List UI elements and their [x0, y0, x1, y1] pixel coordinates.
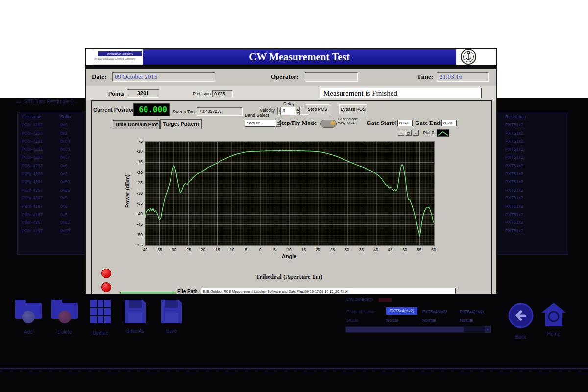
- channel-cell-selected[interactable]: PXT8x4(Av2): [386, 307, 417, 315]
- channel-cell[interactable]: PXT8x4(Av2): [422, 309, 447, 314]
- logo-subtext: An ISO 9001:2000 Certified Company: [94, 57, 143, 60]
- list-item[interactable]: P08r-42810x80: [18, 178, 86, 186]
- precision-label: Precision: [193, 91, 211, 96]
- y-tick: -10: [127, 149, 143, 154]
- gate-start-spinner[interactable]: [393, 119, 397, 127]
- list-item[interactable]: PXT51x2: [490, 186, 568, 195]
- emblem-box: [457, 49, 480, 65]
- cw-scrollbar-arrow[interactable]: ▸: [485, 326, 491, 333]
- tab-time-domain-plot[interactable]: Time Domain Plot: [113, 120, 160, 129]
- delete-button[interactable]: Delete: [51, 303, 78, 335]
- y-tick: -45: [127, 222, 143, 227]
- operator-field[interactable]: [305, 72, 358, 82]
- bypass-pos-button[interactable]: Bypass POS: [339, 104, 367, 114]
- date-field[interactable]: 09 October 2015: [112, 72, 215, 82]
- file-path-field[interactable]: E:\B Outdoor RCS Measurement Labview Sof…: [201, 288, 456, 294]
- list-item[interactable]: P08r-42510x80: [18, 146, 86, 154]
- precision-value: 0.025: [212, 90, 233, 97]
- list-item[interactable]: PXT51x2: [490, 178, 568, 186]
- list-item[interactable]: PXT51x2: [490, 129, 568, 138]
- list-item[interactable]: P08r-42630x6: [18, 162, 86, 170]
- delay-spinner[interactable]: [295, 107, 300, 115]
- delay-field[interactable]: 0: [280, 107, 295, 115]
- list-item[interactable]: P08r-42530x2: [18, 129, 86, 138]
- update-label: Update: [90, 330, 111, 336]
- home-button[interactable]: Home: [540, 302, 567, 337]
- back-label: Back: [508, 334, 534, 340]
- app-menu-icon[interactable]: ≡≡: [16, 99, 22, 104]
- header-divider: [86, 65, 496, 69]
- y-tick: -5: [127, 139, 143, 144]
- back-button[interactable]: Back: [508, 303, 534, 340]
- start-button-fragment[interactable]: [120, 292, 176, 294]
- add-label: Add: [15, 329, 42, 335]
- cw-selection-panel: CW Selection Channel Name PXT8x4(Av2) PX…: [345, 296, 491, 336]
- list-item[interactable]: PXT51x2: [490, 146, 568, 154]
- list-item[interactable]: PXT51x2: [490, 162, 568, 170]
- save-as-button[interactable]: Save As: [125, 300, 146, 334]
- title-bar: CW Measurement Test: [143, 49, 456, 65]
- update-button[interactable]: Update: [90, 300, 111, 336]
- list-item[interactable]: P08r-42830x2: [18, 170, 86, 178]
- cw-scrollbar-thumb[interactable]: [346, 327, 464, 332]
- delete-label: Delete: [51, 329, 78, 335]
- list-item[interactable]: P08r-42830x6: [18, 121, 86, 129]
- x-tick: 45: [385, 247, 396, 252]
- list-item[interactable]: PXT51x2: [490, 227, 568, 235]
- list-item[interactable]: PXT51x2: [490, 219, 568, 227]
- points-label: Points: [108, 91, 125, 97]
- x-tick: -35: [153, 247, 165, 252]
- cw-scrollbar[interactable]: ▸: [345, 326, 491, 333]
- graph-pan-tool[interactable]: ↔: [413, 130, 419, 136]
- stop-pos-button[interactable]: Stop POS: [305, 104, 330, 114]
- add-button[interactable]: Add: [15, 303, 42, 335]
- cw-selection-indicator: [379, 298, 392, 302]
- plot-legend-sample[interactable]: [437, 129, 449, 137]
- list-item[interactable]: PXT51x2: [490, 194, 568, 202]
- x-tick: -30: [168, 247, 179, 252]
- date-label: Date:: [92, 73, 106, 81]
- list-item[interactable]: PXT51x2: [490, 137, 568, 146]
- list-item[interactable]: P08r-41870x6: [18, 202, 86, 211]
- save-as-label: Save As: [125, 328, 146, 334]
- x-tick: -40: [139, 247, 150, 252]
- save-button[interactable]: Save: [161, 300, 182, 334]
- right-list-body: PXT51x2 PXT51x2 PXT51x2 PXT51x2 PXT51x2 …: [490, 121, 568, 235]
- list-item[interactable]: P08r-42530x67: [18, 153, 86, 162]
- graph-crosshair-tool[interactable]: +: [398, 130, 404, 136]
- delete-folder-icon: [51, 303, 78, 318]
- list-item[interactable]: PXT51x2: [490, 202, 568, 211]
- list-item[interactable]: P08r-42610x80: [18, 137, 86, 146]
- list-item[interactable]: P08r-42570x85: [18, 186, 86, 195]
- list-item[interactable]: PXT51x2: [490, 170, 568, 178]
- list-item[interactable]: PXT51x2: [490, 121, 568, 129]
- x-tick: 20: [312, 247, 324, 252]
- list-item[interactable]: P08r-42670x85: [18, 219, 86, 227]
- left-file-list[interactable]: File nameSuffix P08r-42830x6 P08r-42530x…: [17, 112, 87, 255]
- company-logo: Innovative solutions An ISO 9001:2000 Ce…: [93, 50, 144, 65]
- sweep-time-label: Sweep Time: [172, 109, 197, 114]
- status-led-1: [101, 269, 111, 278]
- list-item[interactable]: P08r-42870x5: [18, 194, 86, 202]
- time-field[interactable]: 21:03:16: [437, 72, 489, 82]
- graph-zoom-tool[interactable]: ◻: [405, 130, 412, 136]
- gate-end-spinner[interactable]: [437, 119, 441, 127]
- band-select-dropdown[interactable]: 10GHZ: [245, 120, 275, 127]
- list-item[interactable]: PXT51x2: [490, 211, 568, 219]
- plot-legend-label[interactable]: Plot 0: [423, 130, 434, 135]
- list-item[interactable]: P08r-42570x85: [18, 227, 86, 235]
- gate-start-field[interactable]: 2863: [397, 120, 413, 126]
- right-file-list[interactable]: Resolution PXT51x2 PXT51x2 PXT51x2 PXT51…: [490, 112, 568, 255]
- gate-end-label: Gate End: [415, 120, 440, 127]
- list-item[interactable]: PXT51x2: [490, 153, 568, 162]
- home-icon: [540, 302, 567, 327]
- step-fly-toggle[interactable]: [320, 120, 337, 128]
- status-cell: No cal: [386, 318, 398, 323]
- y-tick: -25: [127, 180, 143, 185]
- channel-cell[interactable]: P0T8x4(Av2): [460, 309, 484, 314]
- x-tick: 10: [283, 247, 295, 252]
- gate-end-field[interactable]: 2873: [441, 120, 457, 126]
- tab-target-pattern[interactable]: Target Pattern: [160, 119, 202, 129]
- list-item[interactable]: P08r-41870x5: [18, 211, 86, 219]
- x-tick: -15: [211, 247, 223, 252]
